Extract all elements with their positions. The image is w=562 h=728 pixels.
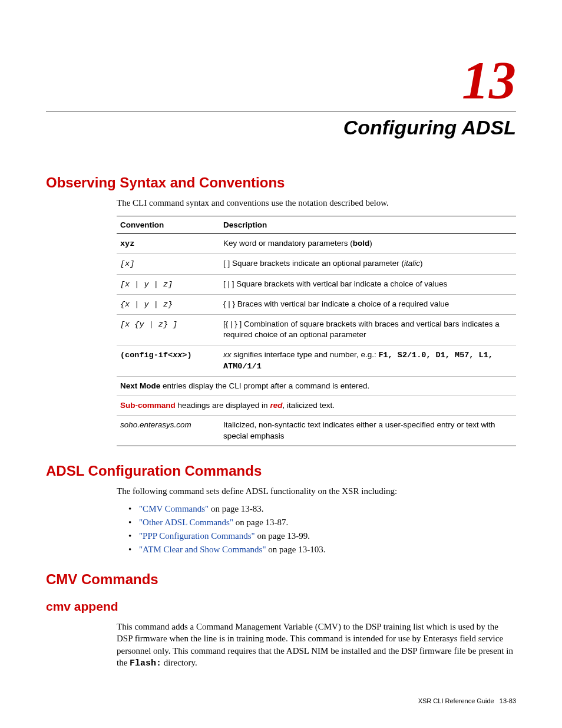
chapter-title: Configuring ADSL [46, 116, 516, 139]
list-item: "Other ADSL Commands" on page 13-87. [128, 518, 516, 528]
chapter-number: 13 [46, 53, 516, 107]
th-description: Description [220, 216, 516, 234]
link-other-adsl-commands[interactable]: "Other ADSL Commands" [139, 518, 233, 527]
conv-config-if: (config-if<xx>) [120, 351, 192, 360]
list-item: "ATM Clear and Show Commands" on page 13… [128, 545, 516, 555]
list-item: "CMV Commands" on page 13-83. [128, 504, 516, 514]
desc-choice-optional: [ | ] Square brackets with vertical bar … [220, 274, 516, 294]
section-intro-adsl-commands: The following command sets define ADSL f… [117, 485, 516, 497]
table-row: [x {y | z} ] [{ | } ] Combination of squ… [117, 315, 516, 345]
page-footer: XSR CLI Reference Guide 13-83 [418, 697, 516, 704]
table-row: (config-if<xx>) xx signifies interface t… [117, 345, 516, 376]
section-heading-adsl-commands: ADSL Configuration Commands [46, 463, 516, 479]
section-heading-cmv-commands: CMV Commands [46, 571, 516, 588]
table-row: soho.enterasys.com Italicized, non-synta… [117, 416, 516, 446]
desc-config-if: xx signifies interface type and number, … [220, 345, 516, 376]
conventions-table: Convention Description xyz Key word or m… [117, 216, 516, 446]
table-row: [x] [ ] Square brackets indicate an opti… [117, 254, 516, 274]
desc-xyz: Key word or mandatory parameters (bold) [220, 234, 516, 254]
conv-soho: soho.enterasys.com [120, 420, 191, 429]
link-cmv-commands[interactable]: "CMV Commands" [139, 504, 209, 513]
table-row: Next Mode entries display the CLI prompt… [117, 377, 516, 396]
section-heading-syntax: Observing Syntax and Conventions [46, 174, 516, 191]
conv-xyz: xyz [120, 239, 134, 248]
desc-choice-required: { | } Braces with vertical bar indicate … [220, 294, 516, 314]
command-links-list: "CMV Commands" on page 13-83. "Other ADS… [128, 504, 516, 555]
desc-optional: [ ] Square brackets indicate an optional… [220, 254, 516, 274]
conv-choice-required: {x | y | z} [120, 300, 173, 309]
link-ppp-config-commands[interactable]: "PPP Configuration Commands" [139, 531, 255, 541]
desc-sub-command: Sub-command headings are displayed in re… [117, 396, 516, 416]
cmv-append-body: This command adds a Command Management V… [117, 621, 516, 670]
table-row: xyz Key word or mandatory parameters (bo… [117, 234, 516, 254]
desc-combo: [{ | } ] Combination of square brackets … [220, 315, 516, 345]
link-atm-commands[interactable]: "ATM Clear and Show Commands" [139, 545, 266, 554]
table-row: {x | y | z} { | } Braces with vertical b… [117, 294, 516, 314]
th-convention: Convention [117, 216, 220, 234]
conv-choice-optional: [x | y | z] [120, 280, 173, 289]
list-item: "PPP Configuration Commands" on page 13-… [128, 531, 516, 541]
section-heading-cmv-append: cmv append [46, 599, 516, 614]
table-row: [x | y | z] [ | ] Square brackets with v… [117, 274, 516, 294]
desc-soho: Italicized, non-syntactic text indicates… [220, 416, 516, 446]
desc-next-mode: Next Mode entries display the CLI prompt… [117, 377, 516, 396]
divider [46, 111, 516, 111]
table-row: Sub-command headings are displayed in re… [117, 396, 516, 416]
conv-combo: [x {y | z} ] [120, 320, 177, 329]
section-intro-syntax: The CLI command syntax and conventions u… [117, 197, 516, 209]
conv-optional: [x] [120, 259, 134, 268]
